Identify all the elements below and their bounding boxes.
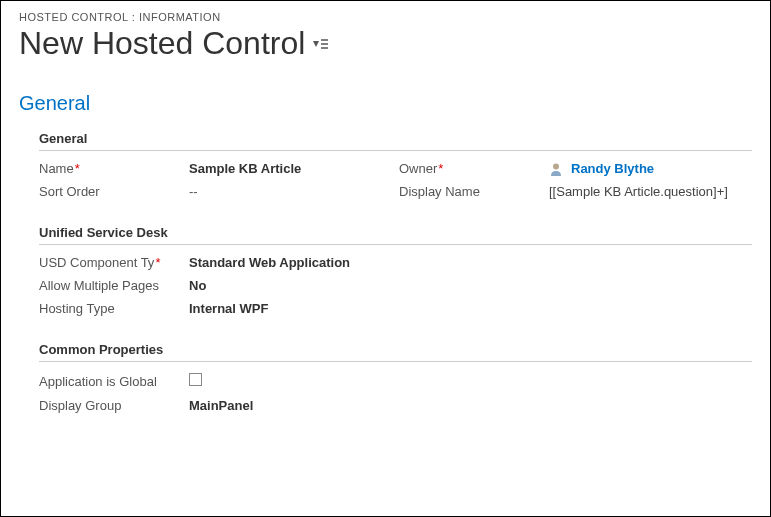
- label-allow-multiple: Allow Multiple Pages: [39, 278, 189, 293]
- required-icon: *: [438, 161, 443, 176]
- subsection-title-usd: Unified Service Desk: [39, 225, 752, 245]
- label-owner: Owner*: [399, 161, 549, 176]
- checkbox-app-global[interactable]: [189, 373, 202, 386]
- value-sort-order[interactable]: --: [189, 184, 399, 199]
- value-display-name[interactable]: [[Sample KB Article.question]+]: [549, 184, 752, 199]
- value-name[interactable]: Sample KB Article: [189, 161, 399, 176]
- page-title: New Hosted Control: [19, 25, 305, 62]
- owner-link[interactable]: Randy Blythe: [571, 161, 654, 176]
- label-app-global: Application is Global: [39, 374, 189, 389]
- label-name: Name*: [39, 161, 189, 176]
- svg-point-4: [553, 163, 559, 169]
- subsection-title-general: General: [39, 131, 752, 151]
- required-icon: *: [155, 255, 160, 270]
- subsection-common: Common Properties Application is Global …: [39, 342, 752, 413]
- title-row: New Hosted Control: [19, 25, 752, 62]
- label-component-type: USD Component Ty*: [39, 255, 189, 270]
- subsection-usd: Unified Service Desk USD Component Ty* S…: [39, 225, 752, 316]
- value-owner[interactable]: Randy Blythe: [549, 161, 752, 176]
- subsection-general: General Name* Sample KB Article Owner* R…: [39, 131, 752, 199]
- user-icon: [549, 162, 563, 176]
- value-display-group[interactable]: MainPanel: [189, 398, 752, 413]
- value-hosting-type[interactable]: Internal WPF: [189, 301, 752, 316]
- label-display-group: Display Group: [39, 398, 189, 413]
- section-title: General: [19, 92, 752, 115]
- required-icon: *: [75, 161, 80, 176]
- label-hosting-type: Hosting Type: [39, 301, 189, 316]
- dropdown-icon[interactable]: [313, 38, 329, 50]
- value-app-global[interactable]: [189, 372, 752, 390]
- subsection-title-common: Common Properties: [39, 342, 752, 362]
- label-sort-order: Sort Order: [39, 184, 189, 199]
- label-display-name: Display Name: [399, 184, 549, 199]
- svg-marker-0: [313, 41, 319, 47]
- value-allow-multiple[interactable]: No: [189, 278, 752, 293]
- breadcrumb: HOSTED CONTROL : INFORMATION: [19, 11, 752, 23]
- value-component-type[interactable]: Standard Web Application: [189, 255, 752, 270]
